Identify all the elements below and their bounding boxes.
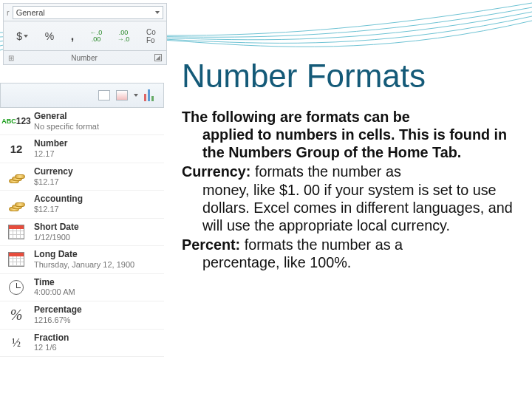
slide-body: The following are formats can be applied… xyxy=(182,108,525,271)
format-sample: 4:00:00 AM xyxy=(34,287,75,297)
percent-icon: % xyxy=(45,30,54,42)
currency-rest: money, like $1. 00 if your system is set… xyxy=(182,181,517,234)
gallery-header xyxy=(0,83,164,108)
currency-label: Currency: xyxy=(182,163,250,180)
number-format-dropdown-value: General xyxy=(16,8,45,17)
format-sample: 1/12/1900 xyxy=(34,233,79,242)
format-item-accounting[interactable]: Accounting $12.17 xyxy=(0,191,164,218)
format-name: General xyxy=(34,112,99,122)
ribbon-group-label: Number xyxy=(71,54,98,62)
coins-icon xyxy=(6,195,27,214)
dialog-launcher-icon[interactable] xyxy=(154,54,162,61)
ribbon-left-edge: r xyxy=(7,8,10,17)
format-sample: $12.17 xyxy=(34,177,73,187)
percent-format-button[interactable]: % xyxy=(43,29,56,44)
chevron-down-icon xyxy=(24,35,28,38)
format-item-number[interactable]: 12 Number 12.17 xyxy=(0,135,164,163)
expand-icon[interactable]: ⊞ xyxy=(8,54,14,62)
calendar-icon xyxy=(6,222,27,242)
format-item-fraction[interactable]: ½ Fraction 12 1/6 xyxy=(0,330,164,357)
currency-format-button[interactable]: $ xyxy=(14,29,30,44)
format-name: Fraction xyxy=(34,333,69,344)
table-style-icon[interactable] xyxy=(116,90,128,100)
format-name: Percentage xyxy=(34,305,82,316)
number-format-dropdown[interactable]: General xyxy=(13,6,163,19)
comma-icon: , xyxy=(71,30,74,43)
chevron-down-icon[interactable] xyxy=(134,94,138,97)
format-name: Number xyxy=(34,139,67,149)
dollar-icon: $ xyxy=(16,30,22,42)
table-style-icon[interactable] xyxy=(98,90,110,100)
slide-title: Number Formats xyxy=(182,58,525,95)
format-sample: 12 1/6 xyxy=(34,343,69,352)
number-icon: 12 xyxy=(6,140,27,159)
format-item-general[interactable]: ABC123 General No specific format xyxy=(0,108,164,135)
intro-rest: applied to numbers in cells. This is fou… xyxy=(182,126,517,161)
increase-decimal-button[interactable]: ←.0 .00 xyxy=(89,30,104,43)
general-icon: ABC123 xyxy=(6,112,27,131)
slide-content: Number Formats The following are formats… xyxy=(182,0,525,399)
format-item-percentage[interactable]: % Percentage 1216.67% xyxy=(0,301,164,329)
clock-icon xyxy=(6,278,27,297)
percent-label: Percent: xyxy=(182,236,240,253)
format-sample: No specific format xyxy=(34,122,99,132)
format-item-short-date[interactable]: Short Date 1/12/1900 xyxy=(0,219,164,246)
format-sample: 12.17 xyxy=(34,149,67,159)
format-name: Long Date xyxy=(34,250,134,260)
intro-lead: The following are formats can be xyxy=(182,109,410,125)
format-item-time[interactable]: Time 4:00:00 AM xyxy=(0,274,164,301)
chart-icon[interactable] xyxy=(144,89,159,101)
format-sample: $12.17 xyxy=(34,205,83,214)
percent-lead: formats the number as a xyxy=(240,236,403,253)
format-item-currency[interactable]: Currency $12.17 xyxy=(0,163,164,191)
format-name: Time xyxy=(34,278,75,288)
conditional-formatting-hint: Co Fo xyxy=(146,28,156,44)
chevron-down-icon xyxy=(155,11,160,14)
format-list: ABC123 General No specific format 12 Num… xyxy=(0,108,164,357)
number-format-gallery: ABC123 General No specific format 12 Num… xyxy=(0,83,164,357)
decrease-decimal-button[interactable]: .00 →.0 xyxy=(116,30,132,43)
comma-style-button[interactable]: , xyxy=(69,28,76,44)
fraction-icon: ½ xyxy=(6,333,27,352)
percent-rest: percentage, like 100%. xyxy=(182,253,517,271)
coins-icon xyxy=(6,167,27,186)
calendar-icon xyxy=(6,250,27,269)
format-name: Accounting xyxy=(34,194,83,205)
format-sample: Thursday, January 12, 1900 xyxy=(34,260,134,270)
ribbon-number-group: r General $ % , ←.0 .00 .00 →.0 Co Fo ⊞ xyxy=(3,3,167,65)
format-name: Currency xyxy=(34,167,73,177)
format-sample: 1216.67% xyxy=(34,316,82,325)
percent-icon: % xyxy=(6,305,27,324)
format-item-long-date[interactable]: Long Date Thursday, January 12, 1900 xyxy=(0,246,164,273)
format-name: Short Date xyxy=(34,222,79,233)
currency-lead: formats the number as xyxy=(250,163,400,180)
